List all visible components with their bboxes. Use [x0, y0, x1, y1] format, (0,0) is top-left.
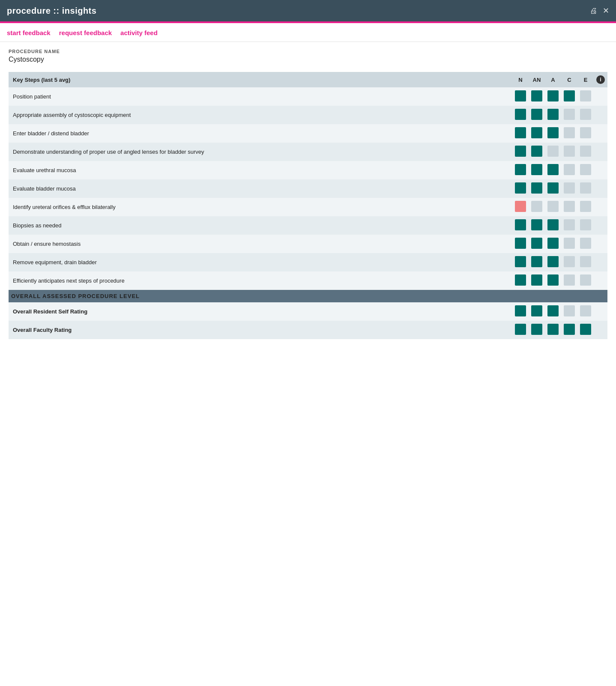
rating-cell	[529, 253, 545, 271]
rating-cell	[561, 87, 577, 106]
col-header-name: Key Steps (last 5 avg)	[9, 72, 512, 87]
rating-cell	[529, 179, 545, 198]
app-title: procedure :: insights	[7, 6, 96, 16]
info-col	[594, 143, 607, 161]
overall-rating-cell	[577, 302, 594, 321]
rating-cell	[545, 87, 561, 106]
rating-cell	[512, 87, 529, 106]
step-name: Remove equipment, drain bladder	[9, 253, 512, 271]
overall-row-name: Overall Resident Self Rating	[9, 302, 512, 321]
overall-rating-cell	[561, 321, 577, 339]
step-name: Appropriate assembly of cystoscopic equi…	[9, 106, 512, 124]
step-name: Position patient	[9, 87, 512, 106]
info-col	[594, 124, 607, 143]
overall-rating-cell	[577, 321, 594, 339]
table-row: Evaluate bladder mucosa	[9, 179, 607, 198]
step-name: Demonstrate understanding of proper use …	[9, 143, 512, 161]
steps-table-container: Key Steps (last 5 avg) N AN A C E i Posi…	[9, 72, 607, 339]
rating-cell	[577, 253, 594, 271]
close-icon[interactable]: ✕	[603, 6, 609, 15]
rating-cell	[545, 179, 561, 198]
rating-cell	[545, 253, 561, 271]
rating-cell	[545, 124, 561, 143]
rating-cell	[561, 198, 577, 216]
step-name: Evaluate bladder mucosa	[9, 179, 512, 198]
col-header-a: A	[545, 72, 561, 87]
rating-cell	[545, 143, 561, 161]
overall-rating-cell	[561, 302, 577, 321]
overall-rating-cell	[545, 302, 561, 321]
rating-cell	[561, 235, 577, 253]
info-col	[594, 302, 607, 321]
table-row: Enter bladder / distend bladder	[9, 124, 607, 143]
info-col	[594, 271, 607, 290]
step-name: Biopsies as needed	[9, 216, 512, 235]
rating-cell	[577, 124, 594, 143]
titlebar-actions: 🖨 ✕	[590, 6, 609, 15]
rating-cell	[529, 143, 545, 161]
rating-cell	[512, 198, 529, 216]
rating-cell	[512, 161, 529, 179]
overall-rating-cell	[512, 321, 529, 339]
nav-activity-feed[interactable]: activity feed	[120, 29, 158, 36]
rating-cell	[577, 198, 594, 216]
rating-cell	[561, 106, 577, 124]
info-col	[594, 321, 607, 339]
procedure-label: PROCEDURE NAME	[9, 49, 607, 54]
rating-cell	[512, 124, 529, 143]
rating-cell	[529, 106, 545, 124]
table-row: Evaluate urethral mucosa	[9, 161, 607, 179]
rating-cell	[512, 253, 529, 271]
rating-cell	[577, 161, 594, 179]
rating-cell	[577, 271, 594, 290]
rating-cell	[512, 143, 529, 161]
overall-row-name: Overall Faculty Rating	[9, 321, 512, 339]
rating-cell	[561, 179, 577, 198]
rating-cell	[577, 143, 594, 161]
rating-cell	[545, 198, 561, 216]
rating-cell	[512, 106, 529, 124]
overall-row: Overall Faculty Rating	[9, 321, 607, 339]
nav-request-feedback[interactable]: request feedback	[59, 29, 112, 36]
overall-rating-cell	[529, 302, 545, 321]
rating-cell	[529, 87, 545, 106]
rating-cell	[529, 161, 545, 179]
info-col	[594, 161, 607, 179]
overall-row: Overall Resident Self Rating	[9, 302, 607, 321]
rating-cell	[545, 216, 561, 235]
rating-cell	[545, 271, 561, 290]
rating-cell	[561, 216, 577, 235]
step-name: Identify ureteral orifices & efflux bila…	[9, 198, 512, 216]
rating-cell	[577, 87, 594, 106]
step-name: Efficiently anticipates next steps of pr…	[9, 271, 512, 290]
nav-start-feedback[interactable]: start feedback	[7, 29, 51, 36]
info-col	[594, 106, 607, 124]
rating-cell	[529, 198, 545, 216]
nav-bar: start feedback request feedback activity…	[0, 23, 616, 42]
step-name: Enter bladder / distend bladder	[9, 124, 512, 143]
overall-rating-cell	[545, 321, 561, 339]
rating-cell	[529, 271, 545, 290]
step-name: Evaluate urethral mucosa	[9, 161, 512, 179]
col-header-e: E	[577, 72, 594, 87]
table-row: Obtain / ensure hemostasis	[9, 235, 607, 253]
print-icon[interactable]: 🖨	[590, 6, 598, 15]
info-col	[594, 179, 607, 198]
col-header-info: i	[594, 72, 607, 87]
info-col	[594, 216, 607, 235]
table-row: Biopsies as needed	[9, 216, 607, 235]
overall-section-label: OVERALL ASSESSED PROCEDURE LEVEL	[9, 290, 607, 302]
rating-cell	[577, 179, 594, 198]
titlebar: procedure :: insights 🖨 ✕	[0, 0, 616, 21]
table-row: Appropriate assembly of cystoscopic equi…	[9, 106, 607, 124]
rating-cell	[529, 235, 545, 253]
rating-cell	[577, 216, 594, 235]
rating-cell	[561, 143, 577, 161]
rating-cell	[577, 235, 594, 253]
rating-cell	[545, 235, 561, 253]
rating-cell	[545, 106, 561, 124]
rating-cell	[577, 106, 594, 124]
rating-cell	[545, 161, 561, 179]
col-header-c: C	[561, 72, 577, 87]
info-icon[interactable]: i	[596, 75, 605, 84]
